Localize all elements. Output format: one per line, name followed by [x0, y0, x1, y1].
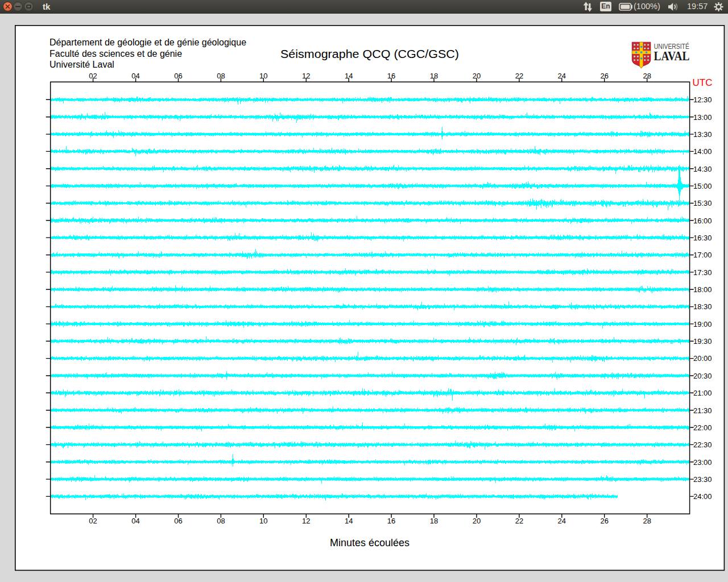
svg-text:22:00: 22:00 [693, 423, 712, 432]
svg-text:28: 28 [643, 517, 651, 525]
svg-text:18: 18 [430, 517, 438, 525]
svg-text:14:00: 14:00 [693, 147, 712, 156]
svg-text:24: 24 [558, 517, 566, 525]
svg-text:16: 16 [387, 72, 395, 80]
svg-text:18: 18 [430, 72, 438, 80]
svg-text:22: 22 [515, 72, 523, 80]
svg-text:04: 04 [131, 517, 139, 525]
svg-text:24: 24 [558, 72, 566, 80]
svg-text:Faculté des sciences et de gén: Faculté des sciences et de génie [49, 49, 182, 59]
svg-text:13:30: 13:30 [693, 130, 712, 139]
svg-text:26: 26 [600, 517, 608, 525]
svg-text:10: 10 [259, 517, 267, 525]
svg-text:Université Laval: Université Laval [49, 60, 114, 69]
svg-text:22:30: 22:30 [693, 440, 712, 449]
svg-text:LAVAL: LAVAL [654, 49, 690, 63]
svg-text:21:30: 21:30 [693, 406, 712, 415]
svg-text:Séismographe QCQ (CGC/GSC): Séismographe QCQ (CGC/GSC) [280, 48, 459, 60]
svg-text:12: 12 [302, 517, 310, 525]
svg-text:14:30: 14:30 [693, 165, 712, 173]
svg-text:13:00: 13:00 [693, 113, 712, 122]
svg-text:17:30: 17:30 [693, 268, 712, 277]
svg-text:23:30: 23:30 [693, 475, 712, 484]
svg-text:18:00: 18:00 [693, 285, 712, 294]
svg-text:16:30: 16:30 [693, 234, 712, 242]
svg-text:08: 08 [217, 72, 225, 80]
svg-text:28: 28 [643, 72, 651, 80]
svg-text:20: 20 [473, 517, 481, 525]
svg-text:Département de géologie et de: Département de géologie et de génie géol… [49, 38, 246, 47]
svg-text:06: 06 [174, 517, 182, 525]
svg-text:16:00: 16:00 [693, 217, 712, 225]
svg-text:22: 22 [515, 517, 523, 525]
svg-text:04: 04 [131, 72, 139, 80]
svg-text:02: 02 [89, 517, 97, 525]
svg-text:02: 02 [89, 72, 97, 80]
svg-text:26: 26 [600, 72, 608, 80]
svg-text:12: 12 [302, 72, 310, 80]
svg-text:20:00: 20:00 [693, 354, 712, 363]
svg-text:19:00: 19:00 [693, 320, 712, 329]
svg-text:UTC: UTC [693, 77, 713, 88]
svg-text:18:30: 18:30 [693, 302, 712, 311]
svg-text:24:00: 24:00 [693, 492, 712, 501]
svg-text:08: 08 [217, 517, 225, 525]
svg-text:17:00: 17:00 [693, 251, 712, 259]
svg-text:15:00: 15:00 [693, 182, 712, 190]
svg-text:19:30: 19:30 [693, 337, 712, 346]
svg-text:Minutes écoulées: Minutes écoulées [330, 537, 410, 548]
svg-text:14: 14 [345, 72, 353, 80]
svg-text:23:00: 23:00 [693, 458, 712, 467]
svg-text:12:30: 12:30 [693, 95, 712, 104]
svg-text:06: 06 [174, 72, 182, 80]
svg-text:14: 14 [345, 517, 353, 525]
svg-text:20:30: 20:30 [693, 372, 712, 380]
svg-text:21:00: 21:00 [693, 389, 712, 397]
svg-text:10: 10 [259, 72, 267, 80]
svg-text:20: 20 [473, 72, 481, 80]
svg-text:16: 16 [387, 517, 395, 525]
svg-text:15:30: 15:30 [693, 199, 712, 207]
